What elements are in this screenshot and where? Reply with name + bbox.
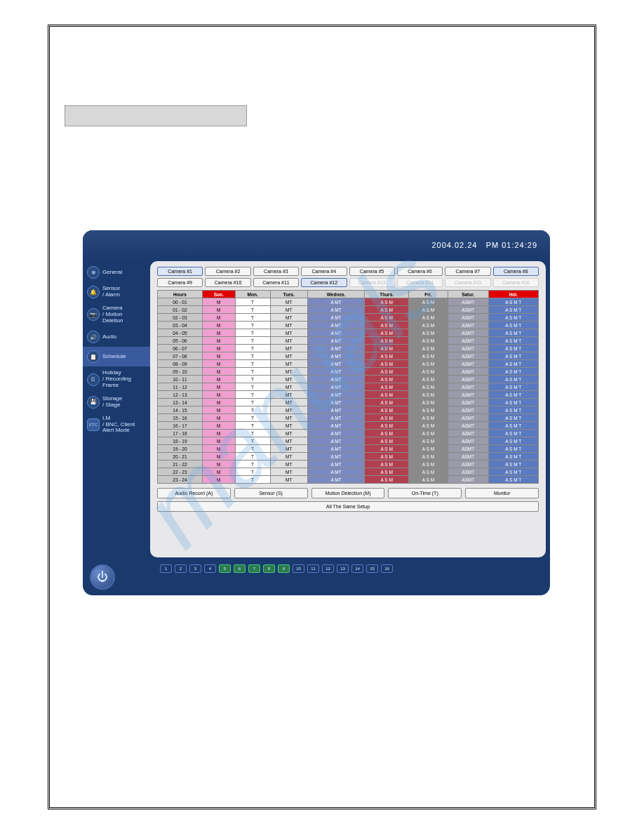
schedule-cell[interactable]: A MT (308, 345, 365, 352)
schedule-cell[interactable]: ASMT (448, 352, 488, 360)
schedule-cell[interactable]: A S M (365, 329, 409, 337)
schedule-cell[interactable]: A S M (365, 322, 409, 329)
schedule-cell[interactable]: T (235, 368, 270, 376)
schedule-cell[interactable]: MT (270, 414, 308, 422)
schedule-cell[interactable]: A S M (409, 360, 448, 368)
schedule-cell[interactable]: ASMT (448, 337, 488, 345)
schedule-cell[interactable]: M (202, 360, 235, 368)
sidebar-item-3[interactable]: 🔊Audio (83, 327, 150, 347)
schedule-cell[interactable]: A S M (409, 383, 448, 391)
schedule-cell[interactable]: A MT (308, 414, 365, 422)
schedule-cell[interactable]: A S M (365, 445, 409, 453)
monitor-button[interactable]: Monitor (465, 488, 539, 498)
schedule-cell[interactable]: A S M (365, 306, 409, 314)
schedule-cell[interactable]: A S M (409, 314, 448, 322)
sidebar-item-4[interactable]: 📋Schedule (83, 347, 150, 366)
schedule-cell[interactable]: MT (270, 430, 308, 437)
channel-indicator-3[interactable]: 3 (189, 564, 201, 573)
schedule-cell[interactable]: T (235, 406, 270, 414)
schedule-cell[interactable]: MT (270, 306, 308, 314)
schedule-cell[interactable]: MT (270, 298, 308, 306)
channel-indicator-12[interactable]: 12 (322, 564, 334, 573)
schedule-cell[interactable]: M (202, 476, 235, 484)
schedule-cell[interactable]: MT (270, 453, 308, 461)
schedule-cell[interactable]: M (202, 406, 235, 414)
schedule-cell[interactable]: A S M T (488, 360, 538, 368)
schedule-cell[interactable]: A S M (365, 461, 409, 468)
schedule-cell[interactable]: A S M T (488, 337, 538, 345)
schedule-cell[interactable]: A S M (365, 422, 409, 430)
schedule-cell[interactable]: MT (270, 437, 308, 445)
channel-indicator-15[interactable]: 15 (366, 564, 378, 573)
schedule-cell[interactable]: MT (270, 337, 308, 345)
schedule-cell[interactable]: ASMT (448, 445, 488, 453)
schedule-cell[interactable]: T (235, 352, 270, 360)
schedule-cell[interactable]: ASMT (448, 383, 488, 391)
schedule-cell[interactable]: A S M (365, 437, 409, 445)
schedule-cell[interactable]: ASMT (448, 368, 488, 376)
schedule-cell[interactable]: T (235, 337, 270, 345)
schedule-cell[interactable]: A S M (365, 468, 409, 476)
schedule-cell[interactable]: A MT (308, 476, 365, 484)
schedule-cell[interactable]: M (202, 468, 235, 476)
sidebar-item-0[interactable]: ✱General (83, 263, 150, 282)
schedule-cell[interactable]: ASMT (448, 414, 488, 422)
schedule-cell[interactable]: A S M (409, 399, 448, 406)
schedule-cell[interactable]: MT (270, 345, 308, 352)
schedule-cell[interactable]: MT (270, 376, 308, 383)
schedule-cell[interactable]: ASMT (448, 430, 488, 437)
schedule-cell[interactable]: A S M (365, 337, 409, 345)
schedule-cell[interactable]: ASMT (448, 314, 488, 322)
schedule-cell[interactable]: M (202, 422, 235, 430)
schedule-cell[interactable]: T (235, 322, 270, 329)
schedule-cell[interactable]: MT (270, 406, 308, 414)
schedule-cell[interactable]: M (202, 306, 235, 314)
schedule-cell[interactable]: M (202, 352, 235, 360)
schedule-cell[interactable]: ASMT (448, 306, 488, 314)
schedule-cell[interactable]: A S M T (488, 352, 538, 360)
schedule-cell[interactable]: A S M (409, 298, 448, 306)
schedule-cell[interactable]: T (235, 468, 270, 476)
schedule-cell[interactable]: M (202, 337, 235, 345)
schedule-cell[interactable]: ASMT (448, 376, 488, 383)
schedule-cell[interactable]: M (202, 391, 235, 399)
schedule-cell[interactable]: MT (270, 322, 308, 329)
schedule-cell[interactable]: M (202, 314, 235, 322)
schedule-cell[interactable]: T (235, 437, 270, 445)
schedule-cell[interactable]: MT (270, 399, 308, 406)
schedule-cell[interactable]: A S M (409, 422, 448, 430)
schedule-cell[interactable]: T (235, 422, 270, 430)
camera-button[interactable]: Camera #9 (157, 278, 203, 287)
sidebar-item-6[interactable]: 💾Storage / Stage (83, 392, 150, 412)
schedule-cell[interactable]: A S M (409, 376, 448, 383)
schedule-cell[interactable]: ASMT (448, 422, 488, 430)
camera-button[interactable]: Camera #6 (397, 267, 443, 276)
schedule-cell[interactable]: A MT (308, 322, 365, 329)
schedule-cell[interactable]: A S M (409, 406, 448, 414)
camera-button[interactable]: Camera #5 (349, 267, 395, 276)
schedule-cell[interactable]: ASMT (448, 329, 488, 337)
schedule-cell[interactable]: T (235, 383, 270, 391)
schedule-cell[interactable]: A S M (365, 352, 409, 360)
sidebar-item-1[interactable]: 🔔Sensor / Alarm (83, 282, 150, 302)
schedule-cell[interactable]: T (235, 298, 270, 306)
schedule-cell[interactable]: A S M (365, 383, 409, 391)
schedule-cell[interactable]: T (235, 329, 270, 337)
schedule-cell[interactable]: A S M (409, 345, 448, 352)
schedule-cell[interactable]: ASMT (448, 391, 488, 399)
channel-indicator-11[interactable]: 11 (307, 564, 319, 573)
channel-indicator-10[interactable]: 10 (293, 564, 304, 573)
channel-indicator-5[interactable]: 5 (219, 564, 231, 573)
schedule-cell[interactable]: M (202, 414, 235, 422)
schedule-cell[interactable]: T (235, 376, 270, 383)
schedule-cell[interactable]: ASMT (448, 399, 488, 406)
motion-detection-button[interactable]: Motion Detection (M) (311, 488, 385, 498)
schedule-cell[interactable]: A MT (308, 461, 365, 468)
camera-button[interactable]: Camera #1 (157, 267, 203, 276)
schedule-cell[interactable]: M (202, 322, 235, 329)
schedule-cell[interactable]: A S M (365, 414, 409, 422)
schedule-cell[interactable]: ASMT (448, 345, 488, 352)
schedule-cell[interactable]: A MT (308, 306, 365, 314)
schedule-cell[interactable]: A S M T (488, 453, 538, 461)
schedule-cell[interactable]: A S M (409, 476, 448, 484)
